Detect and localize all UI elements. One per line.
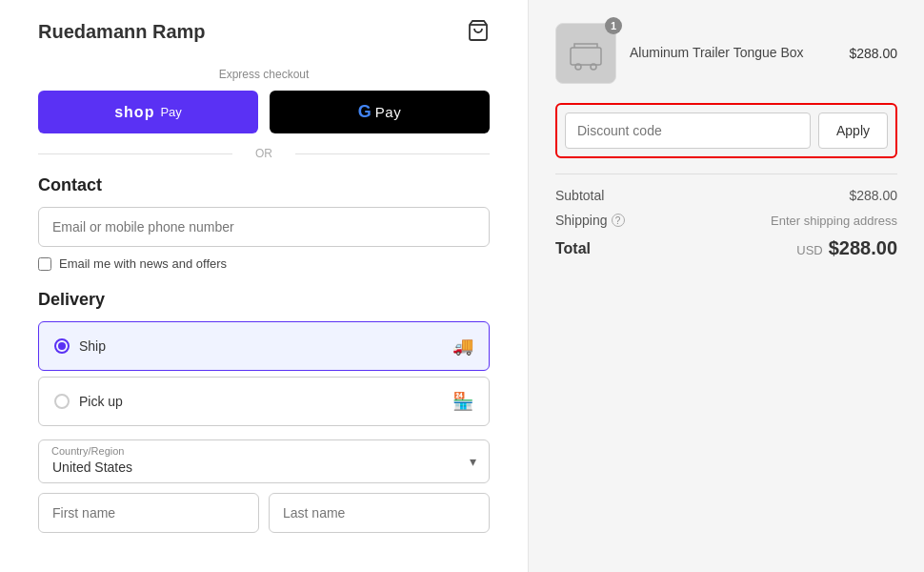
right-panel: 1 Aluminum Trailer Tongue Box $288.00 Ap… <box>529 0 924 572</box>
total-value-wrap: USD $288.00 <box>796 237 897 259</box>
apply-discount-button[interactable]: Apply <box>818 112 888 149</box>
shop-pay-button[interactable]: shop Pay <box>38 91 258 133</box>
address-input-row <box>38 493 490 533</box>
country-select[interactable]: United States <box>38 439 490 483</box>
cart-icon <box>467 19 490 42</box>
news-checkbox-label[interactable]: Email me with news and offers <box>38 256 490 271</box>
news-checkbox-text: Email me with news and offers <box>59 256 227 271</box>
product-placeholder-icon <box>567 34 605 72</box>
news-checkbox[interactable] <box>38 257 51 271</box>
shop-pay-label: shop <box>114 104 154 121</box>
email-phone-input[interactable] <box>38 207 490 247</box>
express-checkout-label: Express checkout <box>38 68 490 81</box>
delivery-pickup-left: Pick up <box>54 394 123 409</box>
product-image-wrap: 1 <box>555 23 616 84</box>
google-pay-button[interactable]: G Pay <box>270 91 490 133</box>
country-select-wrapper: Country/Region United States ▾ <box>38 439 490 483</box>
google-g-icon: G <box>358 102 372 122</box>
discount-code-input[interactable] <box>565 112 811 149</box>
last-name-input[interactable] <box>269 493 490 533</box>
shipping-label: Shipping ? <box>555 213 625 228</box>
delivery-title: Delivery <box>38 290 490 310</box>
subtotal-label: Subtotal <box>555 188 604 203</box>
svg-rect-1 <box>571 48 601 65</box>
shipping-value: Enter shipping address <box>771 214 897 228</box>
total-row: Total USD $288.00 <box>555 237 897 259</box>
google-pay-label: Pay <box>375 104 401 120</box>
ship-label: Ship <box>79 338 106 354</box>
or-divider: OR <box>38 147 490 160</box>
total-label: Total <box>555 240 591 257</box>
shipping-info-icon[interactable]: ? <box>612 214 625 227</box>
product-name: Aluminum Trailer Tongue Box <box>630 44 835 63</box>
contact-title: Contact <box>38 175 490 195</box>
pickup-radio[interactable] <box>54 394 70 409</box>
delivery-ship-option[interactable]: Ship 🚚 <box>38 321 490 371</box>
product-quantity-badge: 1 <box>605 17 622 34</box>
store-header: Ruedamann Ramp <box>38 19 490 45</box>
shop-pay-suffix: Pay <box>160 105 181 119</box>
product-price: $288.00 <box>849 46 897 61</box>
express-buttons: shop Pay G Pay <box>38 91 490 133</box>
delivery-pickup-option[interactable]: Pick up 🏪 <box>38 377 490 426</box>
store-name: Ruedamann Ramp <box>38 21 206 43</box>
total-currency: USD <box>796 243 822 257</box>
first-name-input[interactable] <box>38 493 259 533</box>
totals-section: Subtotal $288.00 Shipping ? Enter shippi… <box>555 174 897 259</box>
pickup-label: Pick up <box>79 394 123 409</box>
subtotal-value: $288.00 <box>849 188 897 203</box>
cart-icon-wrap[interactable] <box>467 19 490 45</box>
subtotal-row: Subtotal $288.00 <box>555 188 897 203</box>
left-panel: Ruedamann Ramp Express checkout shop Pay… <box>0 0 529 572</box>
shipping-row: Shipping ? Enter shipping address <box>555 213 897 228</box>
pickup-icon: 🏪 <box>452 391 473 412</box>
ship-radio[interactable] <box>54 338 70 354</box>
product-item: 1 Aluminum Trailer Tongue Box $288.00 <box>555 23 897 84</box>
discount-section: Apply <box>555 103 897 158</box>
ship-icon: 🚚 <box>452 336 473 357</box>
total-amount: $288.00 <box>829 237 897 259</box>
delivery-ship-left: Ship <box>54 338 106 354</box>
